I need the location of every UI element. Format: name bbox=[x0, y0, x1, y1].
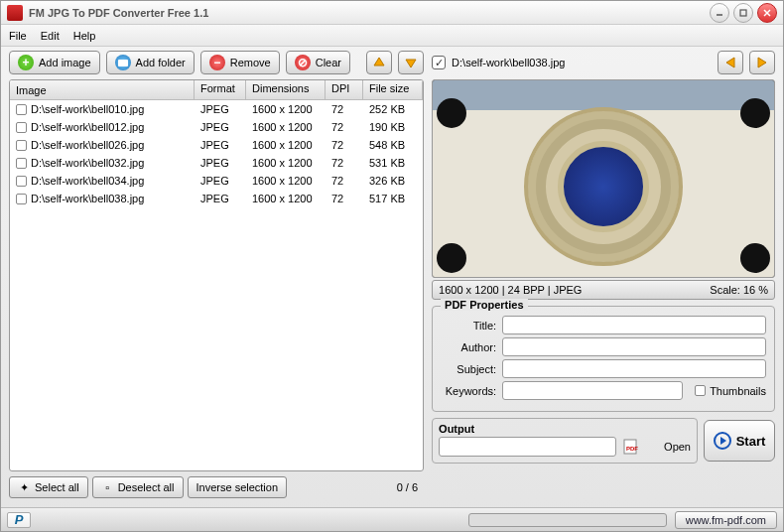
row-size: 190 KB bbox=[363, 120, 423, 134]
row-format: JPEG bbox=[195, 174, 246, 188]
row-size: 531 KB bbox=[363, 156, 423, 170]
plus-icon: + bbox=[18, 55, 34, 70]
row-dpi: 72 bbox=[326, 192, 363, 205]
row-format: JPEG bbox=[195, 102, 246, 116]
row-checkbox[interactable] bbox=[16, 140, 27, 151]
subject-label: Subject: bbox=[441, 363, 496, 375]
progress-bar bbox=[468, 513, 667, 527]
file-list[interactable]: Image Format Dimensions DPI File size D:… bbox=[9, 79, 424, 471]
start-button[interactable]: Start bbox=[704, 420, 775, 462]
open-checkbox[interactable] bbox=[644, 440, 658, 454]
open-label: Open bbox=[664, 441, 691, 453]
move-down-button[interactable] bbox=[398, 51, 424, 74]
menu-edit[interactable]: Edit bbox=[41, 30, 60, 42]
clear-icon: ⊘ bbox=[295, 55, 311, 70]
deselect-all-icon: ▫ bbox=[101, 481, 114, 494]
row-dimensions: 1600 x 1200 bbox=[246, 120, 326, 134]
select-all-button[interactable]: ✦Select all bbox=[9, 476, 88, 498]
row-dpi: 72 bbox=[326, 156, 363, 170]
select-all-icon: ✦ bbox=[18, 481, 31, 494]
row-dpi: 72 bbox=[326, 120, 363, 134]
row-size: 517 KB bbox=[363, 192, 423, 205]
output-path-field[interactable] bbox=[439, 437, 616, 457]
thumbnails-label: Thumbnails bbox=[710, 385, 766, 397]
title-label: Title: bbox=[441, 320, 496, 332]
preview-scale: Scale: 16 % bbox=[710, 284, 768, 296]
menubar: File Edit Help bbox=[1, 25, 783, 47]
prev-image-button[interactable] bbox=[718, 51, 743, 74]
preview-info: 1600 x 1200 | 24 BPP | JPEG bbox=[439, 284, 582, 296]
output-legend: Output bbox=[439, 423, 691, 435]
col-format[interactable]: Format bbox=[195, 80, 246, 99]
row-path: D:\self-work\bell034.jpg bbox=[31, 175, 144, 187]
minus-icon: − bbox=[209, 55, 225, 70]
row-format: JPEG bbox=[195, 120, 246, 134]
play-icon bbox=[714, 432, 731, 450]
close-button[interactable] bbox=[757, 3, 777, 23]
deselect-all-button[interactable]: ▫Deselect all bbox=[92, 476, 184, 498]
row-checkbox[interactable] bbox=[16, 122, 27, 133]
paypal-button[interactable]: P bbox=[7, 512, 31, 528]
menu-file[interactable]: File bbox=[9, 30, 27, 42]
preview-image bbox=[433, 80, 774, 277]
table-row[interactable]: D:\self-work\bell038.jpg JPEG 1600 x 120… bbox=[10, 190, 423, 207]
thumbnails-checkbox[interactable] bbox=[695, 385, 706, 396]
add-image-button[interactable]: +Add image bbox=[9, 51, 100, 74]
row-checkbox[interactable] bbox=[16, 158, 27, 169]
app-icon bbox=[7, 5, 23, 21]
remove-button[interactable]: −Remove bbox=[200, 51, 280, 74]
pdf-icon[interactable]: PDF bbox=[622, 439, 638, 455]
maximize-button[interactable] bbox=[733, 3, 753, 23]
svg-text:PDF: PDF bbox=[626, 446, 638, 452]
window-title: FM JPG To PDF Converter Free 1.1 bbox=[29, 7, 710, 19]
table-row[interactable]: D:\self-work\bell032.jpg JPEG 1600 x 120… bbox=[10, 154, 423, 172]
row-dimensions: 1600 x 1200 bbox=[246, 192, 326, 205]
col-dpi[interactable]: DPI bbox=[326, 80, 363, 99]
svg-rect-4 bbox=[118, 60, 128, 66]
list-header: Image Format Dimensions DPI File size bbox=[10, 80, 423, 100]
app-window: FM JPG To PDF Converter Free 1.1 File Ed… bbox=[0, 0, 784, 532]
clear-button[interactable]: ⊘Clear bbox=[286, 51, 350, 74]
col-image[interactable]: Image bbox=[10, 80, 195, 99]
row-dimensions: 1600 x 1200 bbox=[246, 102, 326, 116]
row-dpi: 72 bbox=[326, 174, 363, 188]
author-field[interactable] bbox=[502, 337, 766, 356]
row-checkbox[interactable] bbox=[16, 176, 27, 187]
table-row[interactable]: D:\self-work\bell010.jpg JPEG 1600 x 120… bbox=[10, 100, 423, 118]
table-row[interactable]: D:\self-work\bell026.jpg JPEG 1600 x 120… bbox=[10, 136, 423, 154]
website-link[interactable]: www.fm-pdf.com bbox=[675, 511, 777, 529]
row-size: 326 KB bbox=[363, 174, 423, 188]
row-dpi: 72 bbox=[326, 138, 363, 152]
row-path: D:\self-work\bell012.jpg bbox=[31, 121, 144, 133]
table-row[interactable]: D:\self-work\bell034.jpg JPEG 1600 x 120… bbox=[10, 172, 423, 190]
svg-rect-1 bbox=[740, 10, 746, 16]
next-image-button[interactable] bbox=[749, 51, 775, 74]
row-dimensions: 1600 x 1200 bbox=[246, 174, 326, 188]
pdf-properties: PDF Properties Title: Author: Subject: K… bbox=[432, 306, 775, 412]
row-checkbox[interactable] bbox=[16, 104, 27, 115]
pdf-legend: PDF Properties bbox=[441, 299, 527, 311]
inverse-selection-button[interactable]: Inverse selection bbox=[188, 476, 288, 498]
add-folder-button[interactable]: Add folder bbox=[106, 51, 195, 74]
minimize-button[interactable] bbox=[710, 3, 729, 23]
statusbar: P www.fm-pdf.com bbox=[1, 507, 783, 531]
move-up-button[interactable] bbox=[366, 51, 392, 74]
preview-checkbox[interactable] bbox=[432, 56, 446, 69]
keywords-field[interactable] bbox=[502, 381, 683, 400]
table-row[interactable]: D:\self-work\bell012.jpg JPEG 1600 x 120… bbox=[10, 118, 423, 136]
title-field[interactable] bbox=[502, 316, 766, 334]
subject-field[interactable] bbox=[502, 359, 766, 378]
selection-counter: 0 / 6 bbox=[397, 481, 418, 493]
output-box: Output PDF Open bbox=[432, 418, 698, 464]
row-format: JPEG bbox=[195, 156, 246, 170]
menu-help[interactable]: Help bbox=[73, 30, 96, 42]
preview-box bbox=[432, 79, 775, 278]
preview-filename: D:\self-work\bell038.jpg bbox=[452, 57, 712, 68]
titlebar: FM JPG To PDF Converter Free 1.1 bbox=[1, 1, 783, 25]
row-checkbox[interactable] bbox=[16, 194, 27, 204]
col-dimensions[interactable]: Dimensions bbox=[246, 80, 326, 99]
folder-icon bbox=[115, 55, 131, 70]
row-dimensions: 1600 x 1200 bbox=[246, 156, 326, 170]
col-filesize[interactable]: File size bbox=[363, 80, 423, 99]
row-dimensions: 1600 x 1200 bbox=[246, 138, 326, 152]
